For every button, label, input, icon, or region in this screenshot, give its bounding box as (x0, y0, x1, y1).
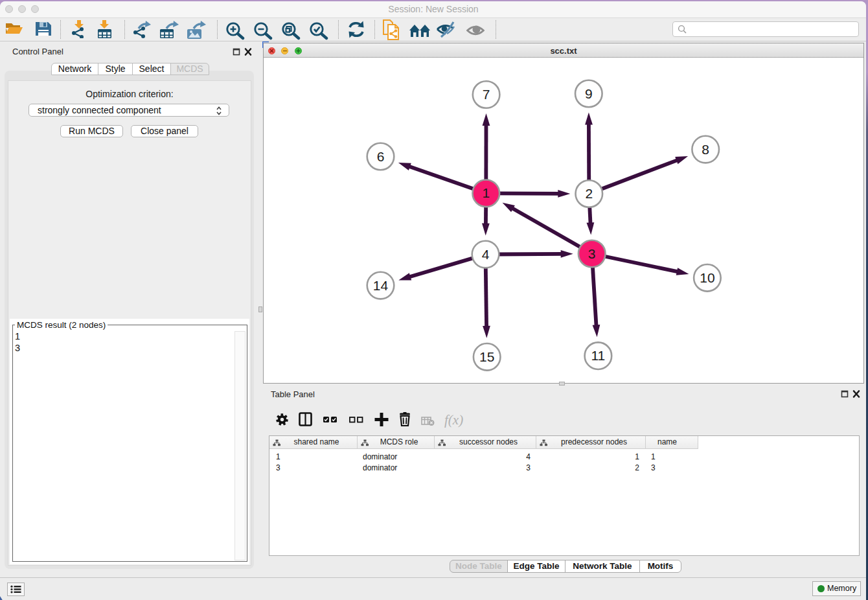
svg-text:7: 7 (483, 87, 490, 102)
svg-text:11: 11 (591, 348, 605, 363)
svg-text:8: 8 (702, 142, 709, 157)
svg-text:9: 9 (585, 86, 593, 101)
svg-text:14: 14 (373, 278, 389, 293)
svg-text:2: 2 (585, 186, 593, 201)
svg-text:1: 1 (482, 185, 490, 200)
svg-text:15: 15 (479, 349, 494, 364)
svg-text:4: 4 (482, 247, 490, 262)
svg-text:6: 6 (377, 149, 385, 164)
svg-text:10: 10 (700, 270, 714, 285)
svg-text:3: 3 (588, 246, 596, 261)
